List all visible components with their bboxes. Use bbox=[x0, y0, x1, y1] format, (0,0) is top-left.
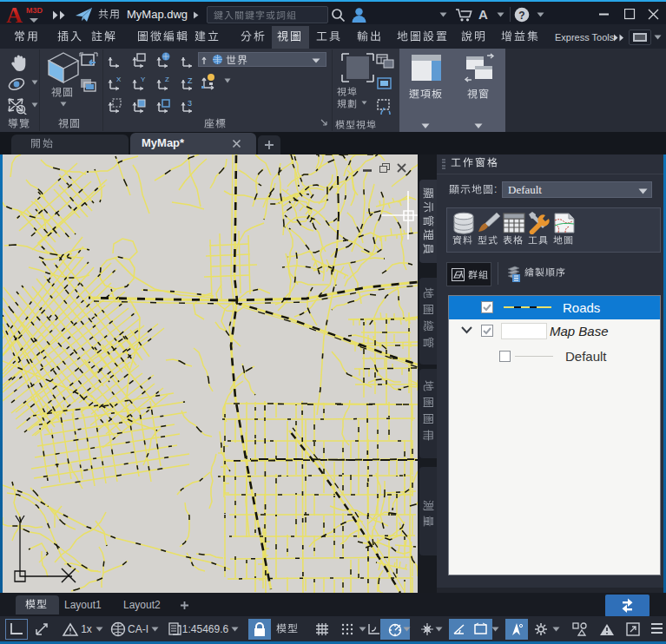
svg-text:?: ? bbox=[518, 10, 524, 22]
svg-text:3: 3 bbox=[188, 99, 192, 108]
svg-text:Z: Z bbox=[165, 76, 169, 83]
svg-text:Z: Z bbox=[188, 76, 193, 85]
svg-text:X: X bbox=[116, 76, 122, 83]
svg-text:A: A bbox=[6, 4, 23, 25]
svg-text:A: A bbox=[478, 7, 488, 22]
svg-text:Y: Y bbox=[141, 76, 146, 83]
